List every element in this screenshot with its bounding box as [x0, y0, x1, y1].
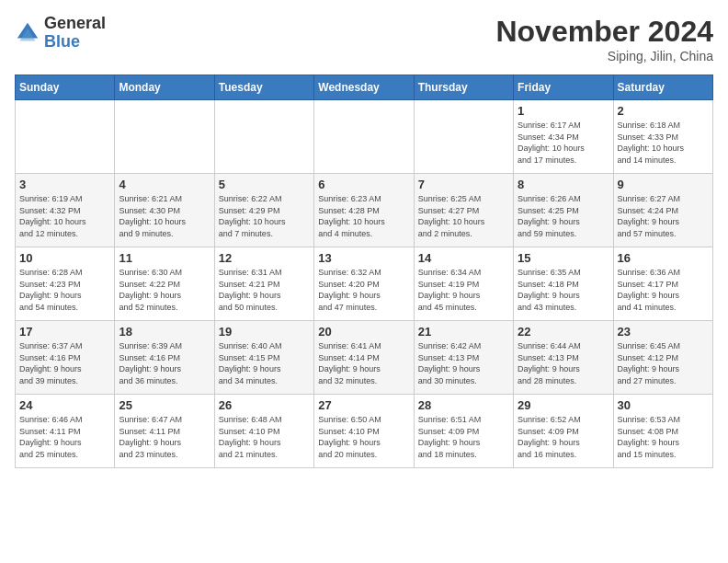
header-monday: Monday: [115, 75, 214, 100]
calendar-cell: 12Sunrise: 6:31 AM Sunset: 4:21 PM Dayli…: [214, 247, 313, 321]
header-row: Sunday Monday Tuesday Wednesday Thursday…: [16, 75, 713, 100]
day-info: Sunrise: 6:52 AM Sunset: 4:09 PM Dayligh…: [518, 414, 609, 460]
calendar-cell: 13Sunrise: 6:32 AM Sunset: 4:20 PM Dayli…: [314, 247, 414, 321]
calendar-cell: 11Sunrise: 6:30 AM Sunset: 4:22 PM Dayli…: [115, 247, 214, 321]
calendar-cell: 3Sunrise: 6:19 AM Sunset: 4:32 PM Daylig…: [16, 174, 115, 247]
day-number: 1: [518, 104, 609, 118]
day-number: 27: [318, 398, 409, 412]
calendar-week-4: 17Sunrise: 6:37 AM Sunset: 4:16 PM Dayli…: [16, 321, 713, 395]
day-info: Sunrise: 6:26 AM Sunset: 4:25 PM Dayligh…: [518, 193, 609, 239]
day-info: Sunrise: 6:18 AM Sunset: 4:33 PM Dayligh…: [618, 120, 709, 166]
day-info: Sunrise: 6:53 AM Sunset: 4:08 PM Dayligh…: [618, 414, 709, 460]
day-number: 4: [119, 178, 210, 191]
day-number: 16: [618, 251, 709, 265]
day-number: 19: [219, 325, 310, 339]
calendar-cell: 8Sunrise: 6:26 AM Sunset: 4:25 PM Daylig…: [514, 174, 613, 247]
calendar-cell: 23Sunrise: 6:45 AM Sunset: 4:12 PM Dayli…: [613, 321, 712, 395]
day-info: Sunrise: 6:44 AM Sunset: 4:13 PM Dayligh…: [518, 340, 609, 386]
day-number: 23: [618, 325, 709, 339]
day-number: 12: [219, 251, 310, 265]
logo-icon: [15, 20, 40, 46]
calendar-cell: [115, 100, 214, 174]
day-number: 8: [518, 178, 609, 191]
calendar-cell: 26Sunrise: 6:48 AM Sunset: 4:10 PM Dayli…: [214, 395, 313, 468]
calendar-cell: 22Sunrise: 6:44 AM Sunset: 4:13 PM Dayli…: [514, 321, 613, 395]
day-number: 29: [518, 398, 609, 412]
day-number: 26: [219, 398, 310, 412]
day-number: 21: [418, 325, 509, 339]
header-saturday: Saturday: [613, 75, 712, 100]
calendar-cell: 17Sunrise: 6:37 AM Sunset: 4:16 PM Dayli…: [16, 321, 115, 395]
day-info: Sunrise: 6:25 AM Sunset: 4:27 PM Dayligh…: [418, 193, 509, 239]
calendar-cell: 19Sunrise: 6:40 AM Sunset: 4:15 PM Dayli…: [214, 321, 313, 395]
calendar-cell: 5Sunrise: 6:22 AM Sunset: 4:29 PM Daylig…: [214, 174, 313, 247]
calendar-cell: 28Sunrise: 6:51 AM Sunset: 4:09 PM Dayli…: [414, 395, 513, 468]
calendar-cell: 16Sunrise: 6:36 AM Sunset: 4:17 PM Dayli…: [613, 247, 712, 321]
calendar-cell: [414, 100, 513, 174]
day-info: Sunrise: 6:37 AM Sunset: 4:16 PM Dayligh…: [19, 340, 110, 386]
day-info: Sunrise: 6:17 AM Sunset: 4:34 PM Dayligh…: [518, 120, 609, 166]
calendar-cell: 6Sunrise: 6:23 AM Sunset: 4:28 PM Daylig…: [314, 174, 414, 247]
location-subtitle: Siping, Jilin, China: [495, 49, 713, 63]
calendar-cell: 9Sunrise: 6:27 AM Sunset: 4:24 PM Daylig…: [613, 174, 712, 247]
month-title: November 2024: [495, 15, 713, 49]
header-thursday: Thursday: [414, 75, 513, 100]
day-info: Sunrise: 6:40 AM Sunset: 4:15 PM Dayligh…: [219, 340, 310, 386]
day-info: Sunrise: 6:48 AM Sunset: 4:10 PM Dayligh…: [219, 414, 310, 460]
day-number: 22: [518, 325, 609, 339]
day-info: Sunrise: 6:50 AM Sunset: 4:10 PM Dayligh…: [318, 414, 409, 460]
day-number: 17: [19, 325, 110, 339]
day-number: 30: [618, 398, 709, 412]
day-info: Sunrise: 6:35 AM Sunset: 4:18 PM Dayligh…: [518, 267, 609, 313]
calendar-cell: 27Sunrise: 6:50 AM Sunset: 4:10 PM Dayli…: [314, 395, 414, 468]
day-info: Sunrise: 6:41 AM Sunset: 4:14 PM Dayligh…: [318, 340, 409, 386]
day-number: 18: [119, 325, 210, 339]
day-info: Sunrise: 6:31 AM Sunset: 4:21 PM Dayligh…: [219, 267, 310, 313]
calendar-cell: 20Sunrise: 6:41 AM Sunset: 4:14 PM Dayli…: [314, 321, 414, 395]
calendar-cell: 29Sunrise: 6:52 AM Sunset: 4:09 PM Dayli…: [514, 395, 613, 468]
calendar-cell: [314, 100, 414, 174]
day-number: 7: [418, 178, 509, 191]
day-number: 15: [518, 251, 609, 265]
logo: General Blue: [15, 15, 106, 52]
day-info: Sunrise: 6:21 AM Sunset: 4:30 PM Dayligh…: [119, 193, 210, 239]
calendar-cell: [214, 100, 313, 174]
title-block: November 2024 Siping, Jilin, China: [495, 15, 713, 63]
day-number: 28: [418, 398, 509, 412]
calendar-cell: 7Sunrise: 6:25 AM Sunset: 4:27 PM Daylig…: [414, 174, 513, 247]
header-sunday: Sunday: [16, 75, 115, 100]
day-number: 13: [318, 251, 409, 265]
day-info: Sunrise: 6:51 AM Sunset: 4:09 PM Dayligh…: [418, 414, 509, 460]
calendar-week-3: 10Sunrise: 6:28 AM Sunset: 4:23 PM Dayli…: [16, 247, 713, 321]
calendar-cell: 14Sunrise: 6:34 AM Sunset: 4:19 PM Dayli…: [414, 247, 513, 321]
day-info: Sunrise: 6:23 AM Sunset: 4:28 PM Dayligh…: [318, 193, 409, 239]
day-number: 3: [19, 178, 110, 191]
day-number: 14: [418, 251, 509, 265]
calendar-cell: 21Sunrise: 6:42 AM Sunset: 4:13 PM Dayli…: [414, 321, 513, 395]
day-number: 5: [219, 178, 310, 191]
calendar-cell: 4Sunrise: 6:21 AM Sunset: 4:30 PM Daylig…: [115, 174, 214, 247]
day-info: Sunrise: 6:45 AM Sunset: 4:12 PM Dayligh…: [618, 340, 709, 386]
day-info: Sunrise: 6:36 AM Sunset: 4:17 PM Dayligh…: [618, 267, 709, 313]
logo-general-text: General: [44, 15, 106, 33]
day-info: Sunrise: 6:34 AM Sunset: 4:19 PM Dayligh…: [418, 267, 509, 313]
day-info: Sunrise: 6:32 AM Sunset: 4:20 PM Dayligh…: [318, 267, 409, 313]
calendar-table: Sunday Monday Tuesday Wednesday Thursday…: [15, 75, 713, 468]
day-number: 6: [318, 178, 409, 191]
day-info: Sunrise: 6:22 AM Sunset: 4:29 PM Dayligh…: [219, 193, 310, 239]
calendar-cell: 25Sunrise: 6:47 AM Sunset: 4:11 PM Dayli…: [115, 395, 214, 468]
calendar-cell: 24Sunrise: 6:46 AM Sunset: 4:11 PM Dayli…: [16, 395, 115, 468]
day-number: 10: [19, 251, 110, 265]
day-number: 24: [19, 398, 110, 412]
day-info: Sunrise: 6:46 AM Sunset: 4:11 PM Dayligh…: [19, 414, 110, 460]
header-wednesday: Wednesday: [314, 75, 414, 100]
calendar-week-1: 1Sunrise: 6:17 AM Sunset: 4:34 PM Daylig…: [16, 100, 713, 174]
day-number: 2: [618, 104, 709, 118]
calendar-cell: [16, 100, 115, 174]
day-info: Sunrise: 6:30 AM Sunset: 4:22 PM Dayligh…: [119, 267, 210, 313]
day-number: 25: [119, 398, 210, 412]
logo-blue-text: Blue: [44, 33, 106, 52]
day-number: 11: [119, 251, 210, 265]
calendar-cell: 2Sunrise: 6:18 AM Sunset: 4:33 PM Daylig…: [613, 100, 712, 174]
calendar-cell: 1Sunrise: 6:17 AM Sunset: 4:34 PM Daylig…: [514, 100, 613, 174]
